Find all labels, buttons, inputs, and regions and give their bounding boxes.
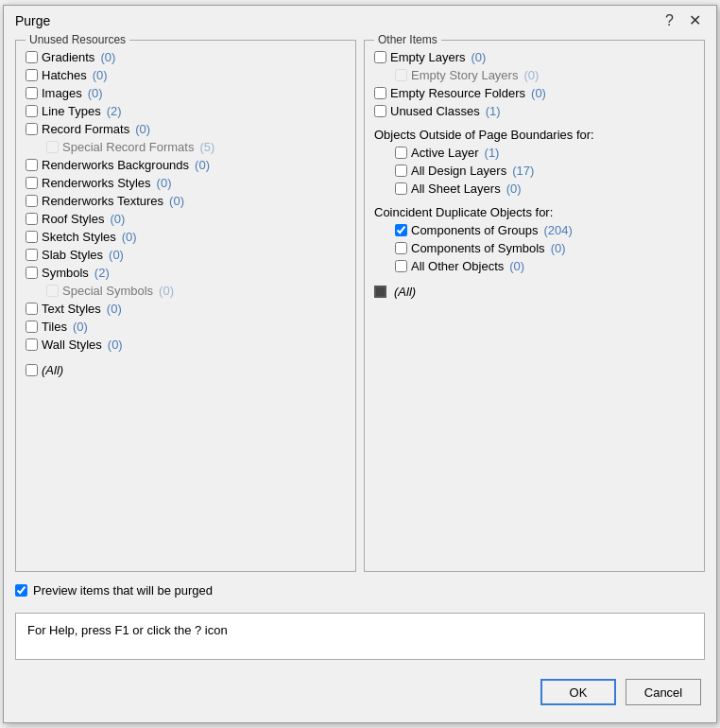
- alldesignlayers-checkbox[interactable]: [395, 165, 407, 177]
- title-icons: ? ✕: [661, 13, 705, 28]
- linetypes-checkbox[interactable]: [26, 105, 38, 117]
- wallstyles-checkbox[interactable]: [26, 338, 38, 351]
- other-items-legend: Other Items: [374, 33, 441, 46]
- list-item: Wall Styles (0): [26, 336, 346, 354]
- preview-row: Preview items that will be purged: [15, 580, 705, 601]
- emptylayers-count: (0): [471, 50, 486, 64]
- hatches-checkbox[interactable]: [26, 69, 38, 81]
- rwbackgrounds-label: Renderworks Backgrounds: [42, 158, 189, 172]
- list-item: Active Layer (1): [395, 144, 694, 162]
- wallstyles-count: (0): [108, 338, 123, 352]
- emptylayers-checkbox[interactable]: [374, 51, 386, 63]
- unused-all-checkbox[interactable]: [26, 364, 38, 376]
- unused-all-row: (All): [26, 361, 346, 379]
- componentsofsymbols-count: (0): [551, 241, 566, 255]
- list-item: Tiles (0): [26, 318, 346, 336]
- wallstyles-label: Wall Styles: [42, 338, 102, 352]
- specialrecordformats-checkbox[interactable]: [46, 141, 59, 153]
- emptyresourcefolders-count: (0): [531, 86, 546, 100]
- outside-label: Objects Outside of Page Boundaries for:: [374, 128, 694, 142]
- list-item: Renderworks Styles (0): [26, 174, 346, 192]
- rwbackgrounds-checkbox[interactable]: [26, 159, 38, 171]
- specialsymbols-checkbox[interactable]: [46, 285, 59, 297]
- componentsofsymbols-checkbox[interactable]: [395, 242, 407, 254]
- list-item: Symbols (2): [26, 264, 346, 282]
- emptyresourcefolders-label: Empty Resource Folders: [390, 86, 525, 100]
- ok-button[interactable]: OK: [540, 679, 616, 705]
- list-item: Special Record Formats (5): [46, 138, 346, 156]
- images-checkbox[interactable]: [26, 87, 38, 99]
- activelayer-count: (1): [485, 146, 500, 160]
- allotherobjects-label: All Other Objects: [411, 259, 504, 273]
- componentsofgroups-checkbox[interactable]: [395, 224, 407, 236]
- list-item: Roof Styles (0): [26, 210, 346, 228]
- help-icon-button[interactable]: ?: [661, 13, 677, 28]
- specialsymbols-count: (0): [159, 284, 174, 298]
- symbols-count: (2): [94, 266, 110, 280]
- list-item: Empty Story Layers (0): [395, 66, 694, 84]
- preview-label: Preview items that will be purged: [33, 583, 213, 598]
- linetypes-label: Line Types: [42, 104, 101, 118]
- unusedclasses-checkbox[interactable]: [374, 105, 386, 117]
- recordformats-checkbox[interactable]: [26, 123, 38, 135]
- slabstyles-label: Slab Styles: [42, 248, 103, 262]
- roofstyles-checkbox[interactable]: [26, 213, 38, 225]
- list-item: Line Types (2): [26, 102, 346, 120]
- help-box: For Help, press F1 or click the ? icon: [15, 613, 705, 660]
- symbols-checkbox[interactable]: [26, 267, 38, 279]
- list-item: Sketch Styles (0): [26, 228, 346, 246]
- unusedclasses-label: Unused Classes: [390, 104, 480, 118]
- symbols-label: Symbols: [42, 266, 89, 280]
- specialrecordformats-count: (5): [199, 140, 214, 154]
- panels-row: Unused Resources Gradients (0) Hatches (…: [15, 40, 705, 572]
- rwstyles-count: (0): [157, 176, 172, 190]
- hatches-label: Hatches: [42, 68, 87, 82]
- gradients-label: Gradients: [42, 50, 94, 64]
- list-item: Components of Symbols (0): [395, 239, 694, 257]
- button-row: OK Cancel: [15, 671, 705, 715]
- list-item: All Design Layers (17): [395, 162, 694, 180]
- close-button[interactable]: ✕: [685, 13, 705, 28]
- textstyles-checkbox[interactable]: [26, 303, 38, 315]
- rwstyles-checkbox[interactable]: [26, 177, 38, 189]
- list-item: Renderworks Textures (0): [26, 192, 346, 210]
- coincident-section: Coincident Duplicate Objects for: Compon…: [374, 205, 694, 275]
- alldesignlayers-label: All Design Layers: [411, 164, 506, 178]
- rwtextures-checkbox[interactable]: [26, 195, 38, 207]
- help-text: For Help, press F1 or click the ? icon: [27, 623, 228, 637]
- rwtextures-label: Renderworks Textures: [42, 194, 163, 208]
- emptystorylayers-label: Empty Story Layers: [411, 68, 518, 82]
- dialog-body: Unused Resources Gradients (0) Hatches (…: [4, 32, 716, 722]
- list-item: Hatches (0): [26, 66, 346, 84]
- allotherobjects-checkbox[interactable]: [395, 260, 407, 272]
- sketchstyles-label: Sketch Styles: [42, 230, 116, 244]
- other-all-label: (All): [394, 285, 416, 299]
- list-item: Text Styles (0): [26, 300, 346, 318]
- other-all-partial-checkbox[interactable]: [374, 286, 386, 298]
- alldesignlayers-count: (17): [512, 164, 534, 178]
- recordformats-count: (0): [135, 122, 150, 136]
- preview-checkbox[interactable]: [15, 584, 27, 597]
- slabstyles-count: (0): [109, 248, 124, 262]
- coincident-label: Coincident Duplicate Objects for:: [374, 205, 694, 219]
- slabstyles-checkbox[interactable]: [26, 249, 38, 261]
- tiles-checkbox[interactable]: [26, 321, 38, 333]
- cancel-button[interactable]: Cancel: [626, 679, 701, 705]
- list-item: Special Symbols (0): [46, 282, 346, 300]
- emptyresourcefolders-checkbox[interactable]: [374, 87, 386, 99]
- emptylayers-label: Empty Layers: [390, 50, 465, 64]
- allsheetlayers-count: (0): [506, 182, 522, 196]
- images-count: (0): [88, 86, 103, 100]
- activelayer-checkbox[interactable]: [395, 147, 407, 159]
- componentsofsymbols-label: Components of Symbols: [411, 241, 545, 255]
- other-all-row: (All): [374, 283, 694, 301]
- gradients-checkbox[interactable]: [26, 51, 38, 63]
- list-item: All Sheet Layers (0): [395, 180, 694, 198]
- unused-resources-legend: Unused Resources: [26, 33, 129, 46]
- allsheetlayers-checkbox[interactable]: [395, 182, 407, 195]
- emptystorylayers-checkbox[interactable]: [395, 69, 407, 81]
- recordformats-label: Record Formats: [42, 122, 129, 136]
- sketchstyles-checkbox[interactable]: [26, 231, 38, 243]
- outside-section: Objects Outside of Page Boundaries for: …: [374, 128, 694, 198]
- roofstyles-count: (0): [110, 212, 125, 226]
